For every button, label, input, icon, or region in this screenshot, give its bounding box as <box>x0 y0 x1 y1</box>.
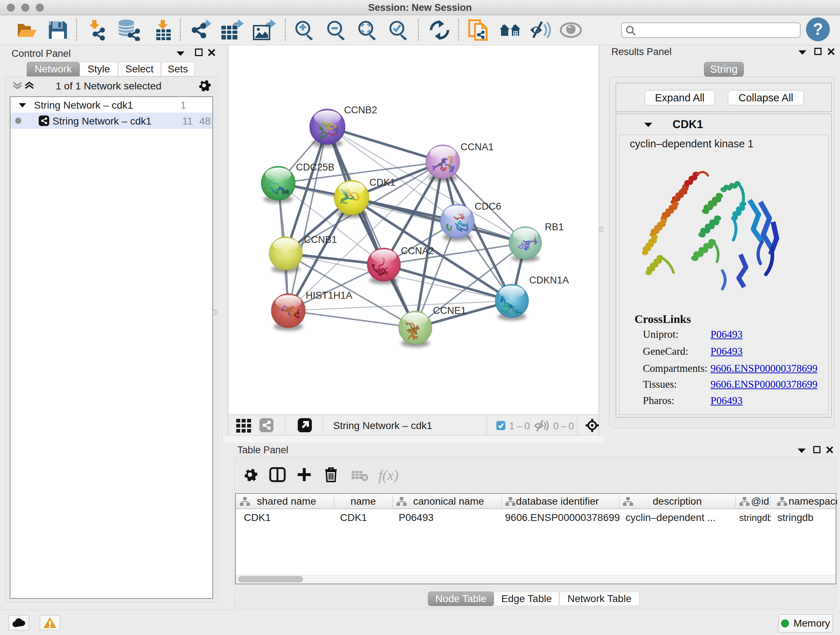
svg-text:CCNE1: CCNE1 <box>433 305 466 316</box>
svg-text:CCNA1: CCNA1 <box>461 141 494 152</box>
svg-text:CCNA2: CCNA2 <box>401 245 434 256</box>
svg-text:CCNB2: CCNB2 <box>344 105 377 116</box>
svg-text:CDC6: CDC6 <box>475 201 501 212</box>
svg-text:CDC25B: CDC25B <box>296 162 335 173</box>
svg-text:CCNB1: CCNB1 <box>304 234 337 245</box>
svg-text:CDKN1A: CDKN1A <box>529 275 569 286</box>
svg-text:RB1: RB1 <box>545 222 564 233</box>
svg-text:CDK1: CDK1 <box>369 177 395 188</box>
svg-text:HIST1H1A: HIST1H1A <box>306 290 352 301</box>
svg-text:?: ? <box>813 19 823 38</box>
